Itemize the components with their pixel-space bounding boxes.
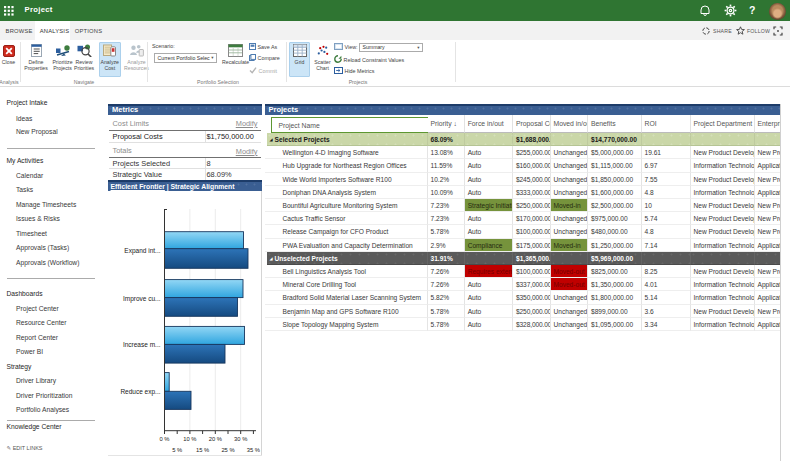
svg-text:5 %: 5 % xyxy=(172,447,182,453)
svg-text:10 %: 10 % xyxy=(183,436,196,442)
svg-text:30 %: 30 % xyxy=(234,436,247,442)
svg-text:Increase m...: Increase m... xyxy=(122,341,160,348)
svg-text:25 %: 25 % xyxy=(221,447,234,453)
svg-text:Expand int...: Expand int... xyxy=(124,247,160,255)
svg-text:Reduce exp...: Reduce exp... xyxy=(120,388,160,396)
svg-text:0 %: 0 % xyxy=(159,436,169,442)
svg-text:35 %: 35 % xyxy=(246,447,259,453)
svg-text:15 %: 15 % xyxy=(195,447,208,453)
svg-text:Improve cu...: Improve cu... xyxy=(122,295,160,303)
svg-text:20 %: 20 % xyxy=(208,436,221,442)
